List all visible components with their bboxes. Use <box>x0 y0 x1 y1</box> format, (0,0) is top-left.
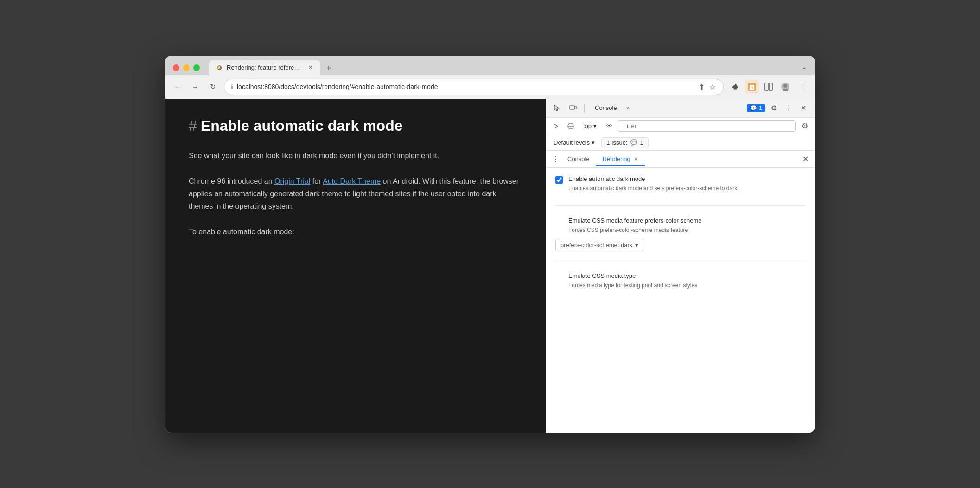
inspect-element-button[interactable] <box>551 102 564 115</box>
toolbar-separator <box>584 103 585 113</box>
address-bar[interactable]: ℹ localhost:8080/docs/devtools/rendering… <box>224 79 724 95</box>
media-type-label: Emulate CSS media type <box>568 272 805 279</box>
back-icon: ← <box>174 83 181 91</box>
new-tab-button[interactable]: + <box>322 62 335 75</box>
back-button[interactable]: ← <box>171 80 184 93</box>
kebab-menu-icon: ⋮ <box>798 83 806 91</box>
browser-tab[interactable]: Rendering: feature reference - ✕ <box>209 60 320 75</box>
cursor-icon <box>554 104 561 112</box>
issues-badge[interactable]: 1 Issue: 💬 1 <box>601 137 649 148</box>
levels-chevron-icon: ▾ <box>592 139 595 146</box>
svg-marker-12 <box>554 124 558 128</box>
console-settings-button[interactable]: ⚙ <box>799 120 811 132</box>
para2-prefix: Chrome 96 introduced an <box>189 177 274 185</box>
dark-mode-desc: Enables automatic dark mode and sets pre… <box>568 184 739 193</box>
nav-bar: ← → ↻ ℹ localhost:8080/docs/devtools/ren… <box>165 75 815 99</box>
rendering-section-color-scheme: Emulate CSS media feature prefers-color-… <box>555 217 805 261</box>
page-heading-text: Enable automatic dark mode <box>201 117 403 135</box>
dark-mode-checkbox[interactable] <box>555 176 563 184</box>
browser-window: Rendering: feature reference - ✕ + ⌄ ← →… <box>165 56 815 433</box>
profile-button[interactable] <box>778 80 792 94</box>
panel-close-button[interactable]: ✕ <box>800 151 811 167</box>
reload-icon: ↻ <box>210 83 216 91</box>
auto-dark-theme-link[interactable]: Auto Dark Theme <box>323 177 381 185</box>
paragraph-1: See what your site can look like in dark… <box>189 149 522 162</box>
origin-trial-link[interactable]: Origin Trial <box>274 177 310 185</box>
context-selector[interactable]: top ▾ <box>579 121 600 131</box>
media-type-text: Emulate CSS media type Forces media type… <box>555 272 805 289</box>
show-live-expression-button[interactable]: 👁 <box>603 120 615 132</box>
color-scheme-select-wrapper[interactable]: prefers-color-scheme: dark ▾ <box>555 239 643 251</box>
kebab-icon: ⋮ <box>785 104 792 112</box>
color-scheme-text: Emulate CSS media feature prefers-color-… <box>555 217 805 234</box>
devtools-panel: Console » 💬 1 ⚙ ⋮ ✕ <box>546 99 815 433</box>
issue-count: 1 <box>640 139 643 146</box>
split-icon <box>764 83 773 91</box>
dark-mode-row: Enable automatic dark mode Enables autom… <box>555 175 805 193</box>
messages-badge[interactable]: 💬 1 <box>747 104 765 112</box>
settings-gear-icon: ⚙ <box>802 122 808 130</box>
default-levels-button[interactable]: Default levels ▾ <box>551 138 598 148</box>
console-second-row: Default levels ▾ 1 Issue: 💬 1 <box>546 135 815 151</box>
more-options-button[interactable]: ⋮ <box>782 102 795 115</box>
split-view-button[interactable] <box>762 80 776 94</box>
devtools-toolbar: Console » 💬 1 ⚙ ⋮ ✕ <box>546 99 815 118</box>
paragraph-2: Chrome 96 introduced an Origin Trial for… <box>189 175 522 213</box>
info-icon: ℹ <box>231 83 233 90</box>
nav-right-icons: 🅰 ⋮ <box>728 80 809 94</box>
title-bar: Rendering: feature reference - ✕ + ⌄ <box>165 56 815 75</box>
minimize-button[interactable] <box>183 64 190 71</box>
media-type-desc: Forces media type for testing print and … <box>568 281 805 289</box>
paragraph-3: To enable automatic dark mode: <box>189 225 522 238</box>
panel-tab-rendering[interactable]: Rendering ✕ <box>596 152 645 166</box>
panel-dots-button[interactable]: ⋮ <box>550 151 561 167</box>
content-area: # Enable automatic dark mode See what yo… <box>165 99 815 433</box>
color-scheme-desc: Forces CSS prefers-color-scheme media fe… <box>568 226 805 234</box>
traffic-lights <box>173 64 200 71</box>
svg-rect-11 <box>575 106 576 109</box>
device-toolbar-button[interactable] <box>566 102 579 115</box>
close-button[interactable] <box>173 64 179 71</box>
console-toolbar: top ▾ 👁 ⚙ <box>546 118 815 135</box>
reload-button[interactable]: ↻ <box>206 80 219 93</box>
filter-input[interactable] <box>618 120 796 132</box>
clear-messages-button[interactable] <box>565 120 577 132</box>
window-controls: ⌄ <box>802 63 807 72</box>
panel-rendering-label: Rendering <box>603 155 630 162</box>
forward-icon: → <box>192 83 199 91</box>
forward-button[interactable]: → <box>189 80 202 93</box>
share-icon[interactable]: ⬆ <box>698 82 706 92</box>
play-icon <box>553 123 559 129</box>
svg-rect-10 <box>570 106 574 109</box>
svg-point-8 <box>783 84 787 88</box>
chat-bubble-icon: 💬 <box>750 105 757 111</box>
close-devtools-button[interactable]: ✕ <box>797 102 810 115</box>
bookmark-icon[interactable]: ☆ <box>708 82 717 92</box>
maximize-button[interactable] <box>193 64 200 71</box>
dropdown-arrow-icon: ▾ <box>593 122 597 129</box>
tab-close-button[interactable]: ✕ <box>306 64 314 71</box>
avatar-icon <box>781 82 790 91</box>
address-actions: ⬆ ☆ <box>698 82 717 92</box>
execute-button[interactable] <box>550 120 562 132</box>
puzzle-icon <box>731 83 739 91</box>
console-tab[interactable]: Console <box>589 102 623 114</box>
issue-chat-icon: 💬 <box>630 139 637 146</box>
extension-icon: 🅰 <box>748 83 756 91</box>
profile-extension-button[interactable]: 🅰 <box>745 80 759 94</box>
page-content: # Enable automatic dark mode See what yo… <box>165 99 546 433</box>
more-menu-button[interactable]: ⋮ <box>795 80 809 94</box>
rendering-tab-close-button[interactable]: ✕ <box>634 156 638 162</box>
extensions-button[interactable] <box>728 80 742 94</box>
panel-tab-console[interactable]: Console <box>561 152 596 166</box>
url-text: localhost:8080/docs/devtools/rendering/#… <box>237 83 694 90</box>
no-entry-icon <box>567 122 574 130</box>
page-heading: # Enable automatic dark mode <box>189 117 522 135</box>
settings-button[interactable]: ⚙ <box>767 102 780 115</box>
default-levels-label: Default levels <box>554 139 590 146</box>
rendering-section-dark-mode: Enable automatic dark mode Enables autom… <box>555 175 805 206</box>
more-tabs-button[interactable]: » <box>624 102 632 114</box>
rendering-content: Enable automatic dark mode Enables autom… <box>546 168 815 433</box>
panel-close-icon: ✕ <box>802 154 808 163</box>
para2-mid: for <box>312 177 323 185</box>
